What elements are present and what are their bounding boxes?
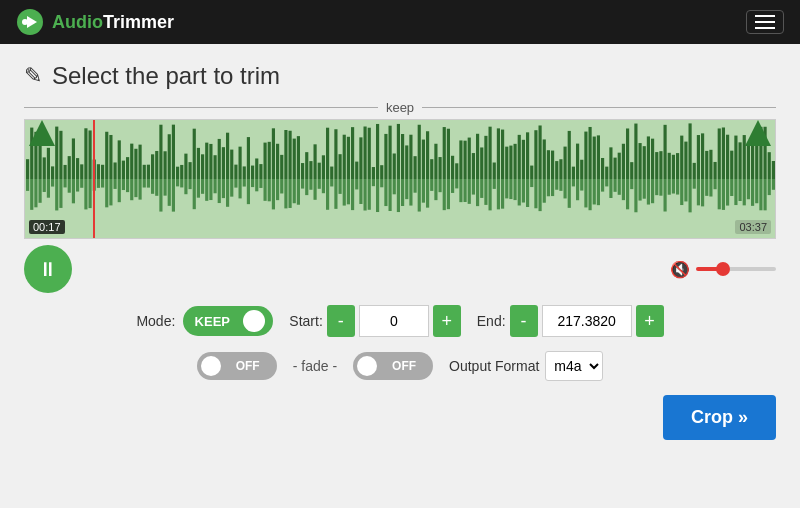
fade-out-text: OFF [383, 359, 425, 373]
marker-left[interactable] [29, 120, 55, 146]
format-select[interactable]: m4a mp3 ogg wav [545, 351, 603, 381]
waveform-container[interactable]: 00:17 03:37 [24, 119, 776, 239]
hamburger-line2 [755, 21, 775, 23]
hamburger-line1 [755, 15, 775, 17]
hamburger-line3 [755, 27, 775, 29]
start-group: Start: - + [289, 305, 460, 337]
start-minus-button[interactable]: - [327, 305, 355, 337]
keep-line-right [422, 107, 776, 108]
fade-out-thumb [357, 356, 377, 376]
fade-in-text: OFF [227, 359, 269, 373]
hamburger-button[interactable] [746, 10, 784, 34]
crop-button-label: Crop » [691, 407, 748, 428]
right-pin-icon [745, 120, 771, 146]
start-plus-button[interactable]: + [433, 305, 461, 337]
mode-toggle-text: KEEP [187, 314, 237, 329]
mode-group: Mode: KEEP [136, 306, 273, 336]
end-input[interactable] [542, 305, 632, 337]
keep-line-left [24, 107, 378, 108]
end-minus-button[interactable]: - [510, 305, 538, 337]
mode-label: Mode: [136, 313, 175, 329]
mode-toggle[interactable]: KEEP [183, 306, 273, 336]
start-label: Start: [289, 313, 322, 329]
end-plus-button[interactable]: + [636, 305, 664, 337]
controls-row: ⏸ 🔇 [24, 245, 776, 293]
crop-row: Crop » [24, 395, 776, 440]
time-label-start: 00:17 [29, 220, 65, 234]
playhead [93, 120, 95, 238]
end-group: End: - + [477, 305, 664, 337]
options-row: Mode: KEEP Start: - + End: - + [24, 305, 776, 337]
page-title: Select the part to trim [52, 62, 280, 90]
svg-point-2 [22, 19, 28, 25]
left-pin-icon [29, 120, 55, 146]
navbar: AudioTrimmer [0, 0, 800, 44]
volume-slider[interactable] [696, 267, 776, 271]
play-pause-button[interactable]: ⏸ [24, 245, 72, 293]
logo: AudioTrimmer [16, 8, 174, 36]
mode-toggle-thumb [243, 310, 265, 332]
volume-control: 🔇 [670, 260, 776, 279]
main-content: ✎ Select the part to trim keep 00:17 03:… [0, 44, 800, 454]
end-label: End: [477, 313, 506, 329]
fade-out-toggle[interactable]: OFF [353, 352, 433, 380]
fade-label: - fade - [293, 358, 337, 374]
fade-in-thumb [201, 356, 221, 376]
format-group: Output Format m4a mp3 ogg wav [449, 351, 603, 381]
play-pause-icon: ⏸ [38, 258, 58, 281]
keep-label: keep [378, 100, 422, 115]
waveform-canvas [25, 120, 775, 238]
fade-in-toggle[interactable]: OFF [197, 352, 277, 380]
edit-icon: ✎ [24, 63, 42, 89]
start-input[interactable] [359, 305, 429, 337]
time-label-end: 03:37 [735, 220, 771, 234]
crop-button[interactable]: Crop » [663, 395, 776, 440]
format-label: Output Format [449, 358, 539, 374]
volume-icon: 🔇 [670, 260, 690, 279]
keep-label-row: keep [24, 100, 776, 115]
title-row: ✎ Select the part to trim [24, 62, 776, 90]
marker-right[interactable] [745, 120, 771, 146]
logo-text: AudioTrimmer [52, 12, 174, 33]
logo-icon [16, 8, 44, 36]
